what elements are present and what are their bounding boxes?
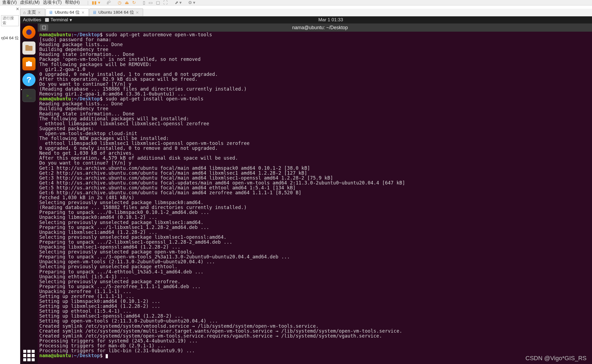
menu-vm[interactable]: 虚拟机(M) — [19, 0, 41, 5]
terminal-title: nama@ubuntu: ~/Desktop — [48, 25, 592, 31]
layout-icon-2[interactable]: ▭ — [147, 0, 154, 5]
usb-icon[interactable]: ⏏ — [124, 0, 130, 5]
host-menu-bar: 查看(V) 虚拟机(M) 选项卡(T) 帮助(H) | ▮▮ ▾ ⮳ ◷ ⏏ ↻… — [0, 0, 592, 5]
tab-ubuntu1804[interactable]: 🖥 Ubuntu 1804 64 位 ✕ — [89, 8, 143, 16]
svg-rect-6 — [42, 26, 46, 29]
show-applications-button[interactable] — [23, 350, 35, 361]
home-icon: ⌂ — [23, 10, 26, 15]
pause-icon[interactable]: ▮▮ ▾ — [91, 0, 101, 5]
layout-icon-3[interactable]: ▢ — [155, 0, 161, 5]
terminal-titlebar[interactable]: nama@ubuntu: ~/Desktop — [38, 23, 592, 32]
tab-home[interactable]: ⌂ 主页 ✕ — [20, 8, 45, 16]
close-pane-icon[interactable]: ✕ — [16, 7, 19, 11]
dock-firefox[interactable] — [22, 26, 35, 39]
software-icon — [25, 60, 32, 67]
new-tab-icon — [42, 26, 46, 29]
tab-label: Ubuntu 64 位 — [55, 10, 80, 15]
popout-icon[interactable]: ⬈ ▾ — [174, 0, 183, 5]
library-pane: ✕ 进行搜索 η04 64 位 — [0, 5, 20, 364]
watermark-label: CSDN @Vigo*GIS_RS — [525, 355, 587, 362]
new-tab-button[interactable] — [40, 25, 48, 31]
settings-toolbar-icon[interactable]: ⚙ ▾ — [187, 0, 196, 5]
running-indicator-icon — [21, 89, 22, 90]
divider: | — [86, 0, 90, 5]
dock-help[interactable]: ? — [22, 73, 35, 86]
vm-tab-bar: ⌂ 主页 ✕ 🖥 Ubuntu 64 位 ✕ 🖥 Ubuntu 1804 64 … — [20, 9, 592, 16]
close-icon[interactable]: ✕ — [38, 10, 41, 15]
clock-toolbar-icon[interactable]: ◷ — [117, 0, 123, 5]
svg-rect-3 — [25, 45, 29, 47]
svg-rect-0 — [45, 18, 49, 22]
activities-button[interactable]: Activities — [23, 17, 41, 23]
vm-icon: 🖥 — [49, 10, 53, 15]
send-icon[interactable]: ⮳ — [106, 0, 112, 5]
close-icon[interactable]: ✕ — [136, 10, 139, 15]
gnome-terminal-window: nama@ubuntu: ~/Desktop nama@ubuntu:~/Des… — [38, 23, 592, 364]
tab-label: Ubuntu 1804 64 位 — [98, 10, 134, 15]
layout-icon-1[interactable]: ▯ — [142, 0, 146, 5]
terminal-small-icon — [45, 18, 49, 22]
tab-label: 主页 — [27, 10, 36, 15]
firefox-icon — [25, 28, 33, 36]
app-menu-terminal[interactable]: Terminal ▾ — [45, 17, 72, 23]
library-search-input[interactable]: 进行搜索 — [1, 15, 19, 26]
clock-label[interactable]: Mar 1 01:33 — [318, 17, 343, 23]
chevron-down-icon: ▾ — [70, 17, 72, 23]
close-icon[interactable]: ✕ — [81, 10, 85, 15]
svg-point-1 — [26, 29, 32, 35]
ubuntu-dock: ? >_ — [20, 23, 38, 364]
menu-help[interactable]: 帮助(H) — [64, 0, 81, 5]
dock-files[interactable] — [22, 41, 35, 55]
app-menu-label: Terminal — [51, 17, 68, 23]
menu-tabs[interactable]: 选项卡(T) — [42, 0, 63, 5]
gnome-top-bar: Activities Terminal ▾ Mar 1 01:33 — [20, 16, 592, 23]
ubuntu-desktop: Activities Terminal ▾ Mar 1 01:33 ? — [20, 16, 592, 364]
dock-terminal[interactable]: >_ — [22, 89, 35, 102]
terminal-output[interactable]: nama@ubuntu:~/Desktop$ sudo apt-get auto… — [38, 32, 592, 364]
terminal-icon: >_ — [26, 93, 31, 98]
svg-rect-4 — [26, 62, 32, 66]
vm-icon: 🖥 — [92, 10, 97, 15]
svg-marker-5 — [26, 61, 31, 62]
fullscreen-icon[interactable]: ⛶ — [162, 0, 169, 5]
folder-icon — [25, 45, 33, 51]
tab-ubuntu64[interactable]: 🖥 Ubuntu 64 位 ✕ — [46, 8, 89, 16]
dock-software[interactable] — [22, 57, 35, 70]
help-icon: ? — [26, 75, 31, 84]
refresh-icon[interactable]: ↻ — [131, 0, 137, 5]
library-item[interactable]: η04 64 位 — [1, 35, 19, 41]
menu-view[interactable]: 查看(V) — [1, 0, 18, 5]
